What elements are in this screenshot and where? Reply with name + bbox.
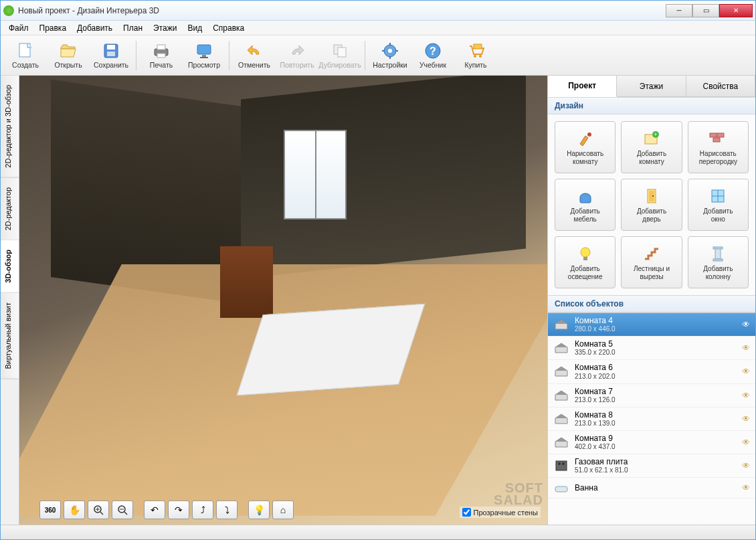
design-btn-label: Добавитькомнату xyxy=(637,150,666,165)
create-button[interactable]: Создать xyxy=(5,37,46,74)
help-icon: ? xyxy=(423,41,442,60)
3d-viewport[interactable]: 360 ✋ ↶ ↷ ⤴ ⤵ 💡 ⌂ Прозрачные стены SOFTS… xyxy=(19,76,548,525)
app-icon xyxy=(3,5,14,16)
zoom-in-button[interactable] xyxy=(88,501,109,519)
preview-button[interactable]: Просмотр xyxy=(183,37,225,74)
visibility-icon[interactable]: 👁 xyxy=(742,483,750,492)
design-btn-door[interactable]: Добавитьдверь xyxy=(621,179,682,231)
visibility-icon[interactable]: 👁 xyxy=(742,438,750,447)
create-label: Создать xyxy=(12,61,39,69)
menu-plan[interactable]: План xyxy=(118,22,148,34)
lighting-button[interactable]: 💡 xyxy=(248,501,270,519)
design-btn-light[interactable]: Добавитьосвещение xyxy=(555,236,616,288)
printer-icon xyxy=(152,41,171,60)
menu-help[interactable]: Справка xyxy=(207,22,250,34)
home-view-button[interactable]: ⌂ xyxy=(272,501,294,519)
visibility-icon[interactable]: 👁 xyxy=(742,320,750,329)
object-row[interactable]: Комната 8213.0 x 139.0 👁 xyxy=(548,408,755,431)
svg-rect-8 xyxy=(202,55,206,57)
open-button[interactable]: Открыть xyxy=(48,37,89,74)
transparent-walls-input[interactable] xyxy=(462,508,471,517)
design-btn-column[interactable]: Добавитьколонну xyxy=(688,236,749,288)
design-btn-label: Добавитьокно xyxy=(703,207,733,223)
design-btn-wall[interactable]: Нарисоватьперегородку xyxy=(688,121,749,173)
door-icon xyxy=(641,187,662,205)
menu-file[interactable]: Файл xyxy=(3,22,34,34)
rotate-right-button[interactable]: ↷ xyxy=(168,501,189,519)
svg-point-30 xyxy=(587,132,591,137)
design-btn-label: Добавитьдверь xyxy=(637,207,666,223)
new-file-icon xyxy=(16,41,35,60)
object-row[interactable]: Комната 6213.0 x 202.0 👁 xyxy=(548,360,755,383)
object-dimensions: 402.0 x 437.0 xyxy=(575,443,737,450)
object-dimensions: 280.0 x 446.0 xyxy=(575,325,737,333)
design-btn-window[interactable]: Добавитьокно xyxy=(688,179,749,231)
transparent-walls-checkbox[interactable]: Прозрачные стены xyxy=(460,507,541,518)
minimize-button[interactable]: ─ xyxy=(666,4,692,17)
object-row[interactable]: Ванна 👁 xyxy=(548,478,755,499)
room-icon xyxy=(553,341,569,355)
redo-button[interactable]: Повторить xyxy=(276,37,318,74)
print-button[interactable]: Печать xyxy=(140,37,182,74)
tilt-up-button[interactable]: ⤴ xyxy=(192,501,213,519)
svg-rect-5 xyxy=(157,45,165,50)
tab-3d-view[interactable]: 3D-обзор xyxy=(1,240,19,293)
design-header: Дизайн xyxy=(548,97,755,114)
undo-button[interactable]: Отменить xyxy=(233,37,275,74)
visibility-icon[interactable]: 👁 xyxy=(742,343,750,353)
visibility-icon[interactable]: 👁 xyxy=(742,414,750,424)
viewport-toolbar: 360 ✋ ↶ ↷ ⤴ ⤵ 💡 ⌂ xyxy=(39,501,294,519)
tab-floors[interactable]: Этажи xyxy=(617,76,686,96)
monitor-icon xyxy=(195,41,213,60)
column-icon xyxy=(707,244,729,263)
object-row[interactable]: Газовая плита51.0 x 62.1 x 81.0 👁 xyxy=(548,454,755,478)
tab-2d-editor[interactable]: 2D-редактор xyxy=(1,178,19,240)
visibility-icon[interactable]: 👁 xyxy=(742,367,750,376)
zoom-out-button[interactable] xyxy=(112,501,133,519)
svg-rect-46 xyxy=(713,247,723,249)
save-button[interactable]: Сохранить xyxy=(90,37,132,74)
design-btn-add-room[interactable]: +Добавитькомнату xyxy=(621,121,682,173)
object-row[interactable]: Комната 9402.0 x 437.0 👁 xyxy=(548,431,755,454)
settings-button[interactable]: Настройки xyxy=(369,37,411,74)
menu-floors[interactable]: Этажи xyxy=(148,22,182,34)
undo-icon xyxy=(245,41,264,60)
object-row[interactable]: Комната 5335.0 x 220.0 👁 xyxy=(548,337,755,360)
buy-label: Купить xyxy=(464,61,486,69)
duplicate-icon xyxy=(330,41,349,60)
object-name: Комната 4 xyxy=(575,317,737,325)
menu-add[interactable]: Добавить xyxy=(72,22,118,34)
maximize-button[interactable]: ▭ xyxy=(692,4,719,17)
view-360-button[interactable]: 360 xyxy=(39,501,61,519)
transparent-walls-label: Прозрачные стены xyxy=(474,509,538,517)
object-row[interactable]: Комната 4280.0 x 446.0 👁 xyxy=(548,313,755,337)
tab-virtual-visit[interactable]: Виртуальный визит xyxy=(1,293,19,379)
tab-2d-3d[interactable]: 2D-редактор и 3D-обзор xyxy=(1,76,19,178)
duplicate-button[interactable]: Дублировать xyxy=(319,37,361,74)
tutorial-button[interactable]: ?Учебник xyxy=(412,37,454,74)
pan-button[interactable]: ✋ xyxy=(64,501,85,519)
rotate-left-button[interactable]: ↶ xyxy=(144,501,165,519)
buy-button[interactable]: Купить xyxy=(455,37,496,74)
visibility-icon[interactable]: 👁 xyxy=(742,391,750,400)
side-panel: Проект Этажи Свойства Дизайн Нарисоватьк… xyxy=(548,76,755,525)
tab-properties[interactable]: Свойства xyxy=(686,76,755,96)
tab-project[interactable]: Проект xyxy=(548,76,617,97)
tilt-down-button[interactable]: ⤵ xyxy=(216,501,238,519)
design-btn-stairs[interactable]: Лестницы ивырезы xyxy=(621,236,682,288)
menu-view[interactable]: Вид xyxy=(182,22,207,34)
svg-rect-2 xyxy=(107,45,115,50)
design-btn-chair[interactable]: Добавитьмебель xyxy=(555,179,616,231)
svg-rect-11 xyxy=(338,48,346,57)
design-btn-brush[interactable]: Нарисоватькомнату xyxy=(555,121,616,173)
design-btn-label: Нарисоватьперегородку xyxy=(699,150,737,165)
design-tools-grid: Нарисоватькомнату+ДобавитькомнатуНарисов… xyxy=(548,114,755,295)
menu-edit[interactable]: Правка xyxy=(34,22,72,34)
svg-rect-9 xyxy=(200,57,208,58)
svg-point-13 xyxy=(388,49,392,53)
redo-label: Повторить xyxy=(280,61,314,69)
object-list[interactable]: Комната 4280.0 x 446.0 👁 Комната 5335.0 … xyxy=(548,312,755,525)
object-row[interactable]: Комната 7213.0 x 126.0 👁 xyxy=(548,384,755,408)
close-button[interactable]: ✕ xyxy=(719,4,753,17)
visibility-icon[interactable]: 👁 xyxy=(742,461,750,470)
